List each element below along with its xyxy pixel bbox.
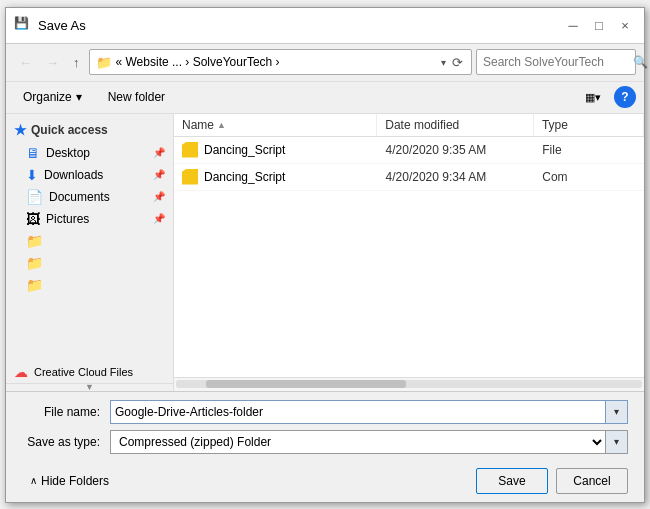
sidebar-item-documents[interactable]: 📄 Documents 📌 [6, 186, 173, 208]
hide-folders-label: Hide Folders [41, 474, 109, 488]
col-name-label: Name [182, 118, 214, 132]
quick-access-header: ★ Quick access [6, 118, 173, 142]
table-row[interactable]: Dancing_Script 4/20/2020 9:35 AM File [174, 137, 644, 164]
dialog-icon: 💾 [14, 16, 32, 34]
search-box[interactable]: 🔍 [476, 49, 636, 75]
address-breadcrumb: « Website ... › SolveYourTech › [116, 55, 438, 69]
titlebar: 💾 Save As ─ □ × [6, 8, 644, 44]
sidebar-folder-2[interactable]: 📁 [6, 252, 173, 274]
file-name-1: Dancing_Script [204, 143, 285, 157]
filename-row: File name: ▾ [22, 400, 628, 424]
col-type-label: Type [542, 118, 568, 132]
bottom-area: File name: ▾ Save as type: Compressed (z… [6, 391, 644, 502]
file-icon-2 [182, 169, 198, 185]
creative-cloud-icon: ☁ [14, 364, 28, 380]
file-name-cell-2: Dancing_Script [174, 167, 378, 187]
horizontal-scrollbar[interactable] [174, 377, 644, 391]
quick-access-label: Quick access [31, 123, 108, 137]
pin-icon-desktop: 📌 [153, 147, 165, 158]
sidebar-item-documents-label: Documents [49, 190, 110, 204]
pictures-icon: 🖼 [26, 211, 40, 227]
quick-access-section: ★ Quick access 🖥 Desktop 📌 ⬇ Downloads 📌… [6, 114, 173, 300]
file-type-cell-1: File [534, 141, 644, 159]
savetype-select[interactable]: Compressed (zipped) Folder [110, 430, 606, 454]
pin-icon-documents: 📌 [153, 191, 165, 202]
sidebar-item-downloads[interactable]: ⬇ Downloads 📌 [6, 164, 173, 186]
hide-folders-chevron: ∧ [30, 475, 37, 486]
toolbar: Organize ▾ New folder ▦ ▾ ? [6, 82, 644, 114]
maximize-button[interactable]: □ [588, 14, 610, 36]
address-refresh-button[interactable]: ⟳ [450, 55, 465, 70]
view-controls: ▦ ▾ ? [580, 86, 636, 108]
address-bar[interactable]: 📁 « Website ... › SolveYourTech › ▾ ⟳ [89, 49, 473, 75]
address-folder-icon: 📁 [96, 55, 112, 70]
h-scroll-thumb [206, 380, 406, 388]
sidebar-item-desktop[interactable]: 🖥 Desktop 📌 [6, 142, 173, 164]
organize-button[interactable]: Organize ▾ [14, 87, 91, 107]
navbar: ← → ↑ 📁 « Website ... › SolveYourTech › … [6, 44, 644, 82]
file-list-spacer [174, 191, 644, 377]
forward-button[interactable]: → [41, 52, 64, 73]
search-icon: 🔍 [633, 55, 648, 69]
sidebar-item-pictures-label: Pictures [46, 212, 89, 226]
filename-input-wrap: ▾ [110, 400, 628, 424]
new-folder-label: New folder [108, 90, 165, 104]
savetype-label: Save as type: [22, 435, 110, 449]
sidebar-folder-1[interactable]: 📁 [6, 230, 173, 252]
cancel-button[interactable]: Cancel [556, 468, 628, 494]
view-options-button[interactable]: ▦ ▾ [580, 88, 606, 107]
sidebar-item-desktop-label: Desktop [46, 146, 90, 160]
sidebar: ★ Quick access 🖥 Desktop 📌 ⬇ Downloads 📌… [6, 114, 174, 391]
sidebar-scroll-indicator: ▼ [6, 383, 173, 391]
organize-arrow: ▾ [76, 90, 82, 104]
file-list: Name ▲ Date modified Type Dancing_Script… [174, 114, 644, 391]
creative-cloud-label: Creative Cloud Files [34, 366, 133, 378]
file-name-cell-1: Dancing_Script [174, 140, 378, 160]
sidebar-item-downloads-label: Downloads [44, 168, 103, 182]
sidebar-folder-3[interactable]: 📁 [6, 274, 173, 296]
col-header-name[interactable]: Name ▲ [174, 114, 377, 136]
minimize-button[interactable]: ─ [562, 14, 584, 36]
col-date-label: Date modified [385, 118, 459, 132]
address-dropdown-button[interactable]: ▾ [441, 57, 446, 68]
search-input[interactable] [483, 55, 633, 69]
new-folder-button[interactable]: New folder [99, 87, 174, 107]
filename-dropdown-button[interactable]: ▾ [606, 400, 628, 424]
col-sort-arrow: ▲ [217, 120, 226, 130]
file-date-cell-2: 4/20/2020 9:34 AM [378, 168, 535, 186]
downloads-icon: ⬇ [26, 167, 38, 183]
table-row[interactable]: Dancing_Script 4/20/2020 9:34 AM Com [174, 164, 644, 191]
save-as-dialog: 💾 Save As ─ □ × ← → ↑ 📁 « Website ... › … [5, 7, 645, 503]
close-button[interactable]: × [614, 14, 636, 36]
dialog-title: Save As [38, 18, 562, 33]
filename-label: File name: [22, 405, 110, 419]
organize-label: Organize [23, 90, 72, 104]
savetype-select-wrap: Compressed (zipped) Folder ▾ [110, 430, 628, 454]
quick-access-icon: ★ [14, 122, 27, 138]
filename-input[interactable] [110, 400, 606, 424]
col-header-date[interactable]: Date modified [377, 114, 534, 136]
savetype-dropdown-button[interactable]: ▾ [606, 430, 628, 454]
savetype-row: Save as type: Compressed (zipped) Folder… [22, 430, 628, 454]
pin-icon-pictures: 📌 [153, 213, 165, 224]
back-button[interactable]: ← [14, 52, 37, 73]
action-buttons: Save Cancel [476, 464, 628, 494]
file-date-cell-1: 4/20/2020 9:35 AM [378, 141, 535, 159]
sidebar-item-pictures[interactable]: 🖼 Pictures 📌 [6, 208, 173, 230]
folder-icon-1: 📁 [26, 233, 43, 249]
view-icon: ▦ [585, 91, 595, 104]
help-button[interactable]: ? [614, 86, 636, 108]
pin-icon-downloads: 📌 [153, 169, 165, 180]
documents-icon: 📄 [26, 189, 43, 205]
up-button[interactable]: ↑ [68, 52, 85, 73]
sidebar-item-creative-cloud[interactable]: ☁ Creative Cloud Files [6, 361, 173, 383]
save-button[interactable]: Save [476, 468, 548, 494]
view-arrow: ▾ [595, 91, 601, 104]
col-header-type[interactable]: Type [534, 114, 644, 136]
file-name-2: Dancing_Script [204, 170, 285, 184]
file-list-header: Name ▲ Date modified Type [174, 114, 644, 137]
file-icon-1 [182, 142, 198, 158]
hide-folders-row[interactable]: ∧ Hide Folders [22, 470, 109, 488]
file-type-cell-2: Com [534, 168, 644, 186]
folder-icon-3: 📁 [26, 277, 43, 293]
